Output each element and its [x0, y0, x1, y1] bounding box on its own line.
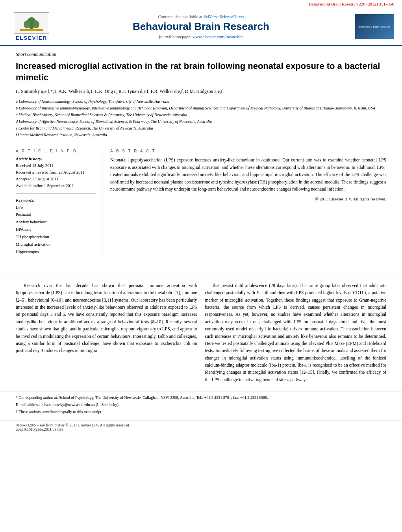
- abstract-text: Neonatal lipopolysaccharide (LPS) exposu…: [110, 156, 386, 193]
- issn-line: 0166-4328/$ – see front matter © 2011 El…: [16, 423, 386, 427]
- article-info-column: A R T I C L E I N F O Article history: R…: [16, 149, 102, 256]
- bottom-bar: 0166-4328/$ – see front matter © 2011 El…: [0, 421, 402, 434]
- article-info-abstract: A R T I C L E I N F O Article history: R…: [16, 144, 386, 256]
- footnotes: * Corresponding author at: School of Psy…: [0, 391, 402, 415]
- affiliation-b: b Laboratory of Integrative Immunophysio…: [16, 105, 386, 111]
- journal-header: ELSEVIER Contents lists available at Sci…: [0, 8, 402, 46]
- journal-title-area: Contents lists available at SciVerse Sci…: [55, 14, 347, 39]
- elsevier-logo-image: [14, 12, 49, 34]
- authors-line: L. Sominsky a,e,f,*,1, A.K. Walker a,b,1…: [16, 88, 386, 95]
- accepted-date: Accepted 25 August 2011: [16, 176, 96, 183]
- affiliation-e: e Centre for Brain and Mental health Res…: [16, 125, 386, 131]
- article-title: Increased microglial activation in the r…: [16, 61, 386, 83]
- affiliation-c: c Medical Biochemistry, School of Biomed…: [16, 112, 386, 118]
- received-date: Received 13 July 2011: [16, 163, 96, 169]
- contents-label: Contents lists available at: [158, 14, 202, 19]
- body-text: Research over the last decade has shown …: [0, 282, 402, 387]
- affiliation-d: d Laboratory of Affective Neuroscience, …: [16, 119, 386, 124]
- body-right-column: that persist until adolescence (28 days …: [205, 282, 387, 387]
- article-history-label: Article history:: [16, 156, 96, 161]
- svg-point-2: [24, 20, 30, 28]
- doi-line: doi:10.1016/j.bbr.2011.08.038: [16, 427, 386, 432]
- keyword-anxiety: Anxiety behaviour: [16, 219, 96, 226]
- abstract-heading: A B S T R A C T: [110, 149, 386, 153]
- affiliation-f: f Hunter Medical Research Institute, New…: [16, 132, 386, 138]
- homepage-label: journal homepage:: [159, 34, 191, 39]
- keywords-section: Keywords: LPS Postnatal Anxiety behaviou…: [16, 198, 96, 256]
- keyword-th: TH phosphorylation: [16, 234, 96, 241]
- affiliation-a: a Laboratory of Neuroimmunology, School …: [16, 98, 386, 104]
- authors-text: L. Sominsky a,e,f,*,1, A.K. Walker a,b,1…: [16, 89, 222, 94]
- elsevier-logo-area: ELSEVIER: [8, 12, 55, 41]
- keyword-microglial: Microglial activation: [16, 241, 96, 248]
- elsevier-logo: ELSEVIER: [8, 12, 55, 41]
- body-left-text: Research over the last decade has shown …: [16, 282, 197, 354]
- journal-cover-thumbnail: Behavioural Brain Research: [355, 14, 394, 39]
- journal-citation: Behavioural Brain Research 226 (2012) 35…: [309, 2, 394, 6]
- journal-name: Behavioural Brain Research: [59, 20, 343, 33]
- sciverse-line: Contents lists available at SciVerse Sci…: [59, 14, 343, 19]
- svg-rect-4: [20, 29, 43, 31]
- svg-point-3: [33, 20, 39, 28]
- article-type: Short communication: [16, 52, 386, 57]
- elsevier-tree-icon: [20, 14, 43, 32]
- article-history: Article history: Received 13 July 2011 R…: [16, 156, 96, 193]
- copyright: © 2011 Elsevier B.V. All rights reserved…: [110, 196, 386, 201]
- available-date: Available online 1 September 2011: [16, 183, 96, 189]
- revised-date: Received in revised form 23 August 2011: [16, 169, 96, 176]
- footnote-1: * Corresponding author at: School of Psy…: [16, 395, 386, 400]
- homepage-link[interactable]: www.elsevier.com/locate/bbr: [193, 34, 243, 39]
- body-right-text: that persist until adolescence (28 days …: [205, 282, 387, 383]
- footnote-email: E-mail address: luba.sominsky@newcastle.…: [16, 402, 386, 408]
- article-info-heading: A R T I C L E I N F O: [16, 149, 96, 153]
- footnote-2: 1 These authors contributed equally to t…: [16, 409, 386, 415]
- keyword-lps: LPS: [16, 204, 96, 211]
- body-left-column: Research over the last decade has shown …: [16, 282, 197, 387]
- article-content: Short communication Increased microglial…: [0, 46, 402, 270]
- thumb-label: Behavioural Brain Research: [359, 25, 390, 28]
- keyword-hpa: HPA axis: [16, 226, 96, 234]
- keyword-hippocampus: Hippocampus: [16, 248, 96, 256]
- elsevier-wordmark: ELSEVIER: [16, 35, 47, 41]
- sciverse-link[interactable]: SciVerse ScienceDirect: [204, 14, 244, 19]
- homepage-line: journal homepage: www.elsevier.com/locat…: [59, 34, 343, 39]
- keywords-label: Keywords:: [16, 198, 96, 202]
- keyword-postnatal: Postnatal: [16, 211, 96, 219]
- journal-citation-bar: Behavioural Brain Research 226 (2012) 35…: [0, 0, 402, 8]
- affiliations: a Laboratory of Neuroimmunology, School …: [16, 98, 386, 138]
- abstract-column: A B S T R A C T Neonatal lipopolysacchar…: [110, 149, 386, 256]
- journal-thumbnail-area: Behavioural Brain Research: [347, 14, 394, 39]
- section-divider: [0, 276, 402, 276]
